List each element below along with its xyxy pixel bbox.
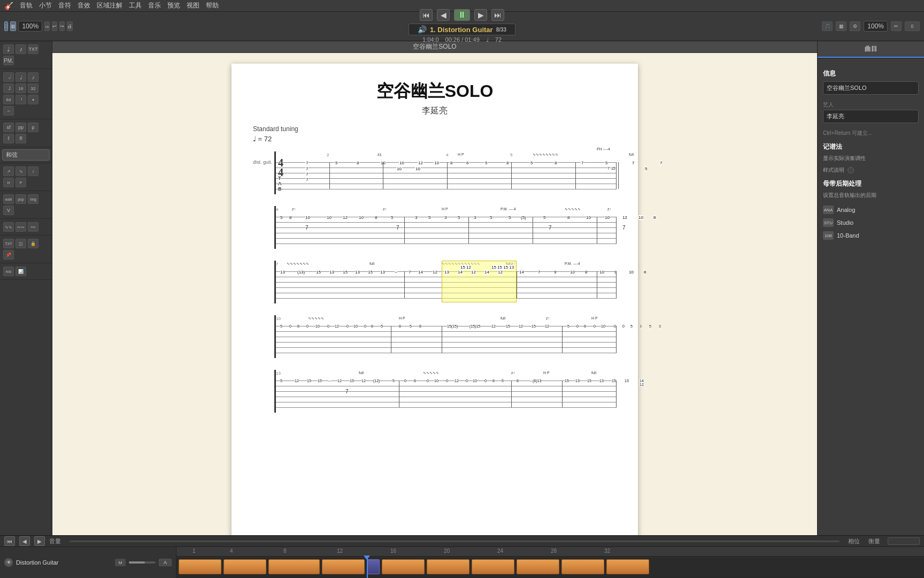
tool-1[interactable]: ♩ [3,44,14,54]
note-whole[interactable]: 𝅗𝅥 [3,72,14,82]
view-toggle-1[interactable]: □ [4,21,8,31]
menu-music[interactable]: 音乐 [148,1,161,10]
hammer-tool[interactable]: H [3,178,14,187]
prev-btn[interactable]: ◀ [437,9,450,21]
score-viewport[interactable]: 空谷幽兰SOLO 李延亮 Standard tuning ♩ = 72 dist… [52,53,817,535]
pick-2-4: 7 [622,225,626,231]
tie[interactable]: ⌢ [3,106,14,116]
bottom-rewind[interactable]: ⏮ [4,536,15,546]
volume-slider[interactable] [70,541,840,542]
print-btn[interactable]: 🖨 [67,21,73,31]
pin-tool[interactable]: 📌 [3,250,14,260]
n4-7: 12 [335,324,339,328]
note-64[interactable]: 64 [3,95,14,104]
menu-track[interactable]: 音轨 [20,1,33,10]
vibrato-tool[interactable]: ∿ [16,166,26,176]
track-pan-knob[interactable]: A [159,559,172,566]
wave-1[interactable]: ∿∿ [3,222,14,232]
chord-diag[interactable]: ◫ [16,239,26,248]
rest[interactable]: 𝄽 [16,95,26,104]
art-5[interactable]: ff [16,134,26,143]
tool-4[interactable]: PM. [3,56,14,65]
clip-4[interactable] [322,559,365,574]
clip-10[interactable] [606,559,649,574]
wave-3[interactable]: ≈≈ [28,222,38,232]
next-btn[interactable]: ▶ [474,9,487,21]
effect-studio[interactable]: STU Studio [823,216,919,229]
bottom-fwd[interactable]: ▶ [34,536,45,546]
dot[interactable]: • [28,95,38,104]
track-fader-bar[interactable] [129,561,156,564]
clip-3[interactable] [268,559,320,574]
zoom-control[interactable]: 100% [18,21,42,32]
bend-tool[interactable]: ↗ [3,166,14,176]
note-16[interactable]: 16 [16,83,26,93]
n5-24: 15 [565,379,569,383]
playback-zoom[interactable]: 100% [864,21,888,32]
rewind-btn[interactable]: ⏮ [420,9,433,21]
note-half[interactable]: ♩ [16,72,26,82]
menu-view[interactable]: 视图 [187,1,199,10]
chord-button[interactable]: 和弦 [2,149,50,161]
clip-5[interactable] [382,559,425,574]
value-display[interactable]: 0 [905,21,920,31]
clip-9[interactable] [561,559,604,574]
menu-help[interactable]: 帮助 [206,1,219,10]
tool-2[interactable]: ♪ [16,44,26,54]
menu-tools[interactable]: 工具 [129,1,142,10]
settings-btn[interactable]: ⚙ [850,21,860,31]
title-field[interactable]: 空谷幽兰SOLO [823,81,919,95]
menu-annotation[interactable]: 区域注解 [97,1,122,10]
edit-btn[interactable]: ✏ [891,21,902,31]
balance-slider[interactable] [888,537,920,545]
page-size-btn[interactable]: ㎝ [44,21,50,31]
clip-7[interactable] [472,559,514,574]
grid-btn[interactable]: ▦ [836,21,846,31]
play-pause-btn[interactable]: ⏸ [454,9,470,21]
chart-tool[interactable]: 📊 [16,267,26,276]
artist-field[interactable]: 李延亮 [823,110,919,123]
clip-active[interactable] [367,559,380,574]
note-q[interactable]: ♪ [28,72,38,82]
pull-tool[interactable]: P [16,178,26,187]
notation-toggle[interactable] [848,167,854,173]
title-field-section: 空谷幽兰SOLO [823,81,919,95]
menu-preview[interactable]: 预览 [167,1,180,10]
ring-tool[interactable]: ring [28,194,38,204]
slide-tool[interactable]: / [28,166,38,176]
pop-tool[interactable]: pop [16,194,26,204]
n4-15: 8 [419,324,421,328]
art-4[interactable]: f [3,134,14,143]
note-8[interactable]: 𝅘𝅥𝅮 [3,83,14,93]
redo-btn[interactable]: ↪ [59,21,65,31]
undo-btn[interactable]: ↩ [52,21,57,31]
forward-btn[interactable]: ⏭ [491,9,504,21]
menu-measure[interactable]: 小节 [39,1,52,10]
tab-tracklist[interactable]: 曲目 [818,41,924,58]
clip-8[interactable] [517,559,559,574]
clip-6[interactable] [427,559,469,574]
clip-1[interactable] [179,559,221,574]
art-1[interactable]: sf [3,123,14,132]
clip-2[interactable] [224,559,266,574]
mix-tool[interactable]: mix [3,267,14,276]
view-toggle-2[interactable]: ▦ [10,21,16,31]
menu-effect[interactable]: 音效 [78,1,90,10]
wave-2[interactable]: ∾∾ [16,222,26,232]
menu-note[interactable]: 音符 [58,1,71,10]
note-32[interactable]: 32 [28,83,38,93]
effect-analog[interactable]: ANA Analog [823,203,919,216]
n4-14: 5 [410,324,412,328]
track-visibility-btn[interactable]: 👁 [4,558,13,567]
lock-tool[interactable]: 🔒 [28,239,38,248]
art-3[interactable]: p [28,123,38,132]
metronome-btn[interactable]: 🎵 [822,21,833,31]
tool-3[interactable]: TXT [28,44,38,54]
effect-10band[interactable]: 10B 10-Band [823,229,919,242]
track-mute-btn[interactable]: M [115,559,126,566]
txt-tool[interactable]: TXT [3,239,14,248]
wah-tool[interactable]: wah [3,194,14,204]
bottom-back[interactable]: ◀ [19,536,30,546]
art-2[interactable]: pp [16,123,26,132]
v-tool[interactable]: V [3,206,14,215]
